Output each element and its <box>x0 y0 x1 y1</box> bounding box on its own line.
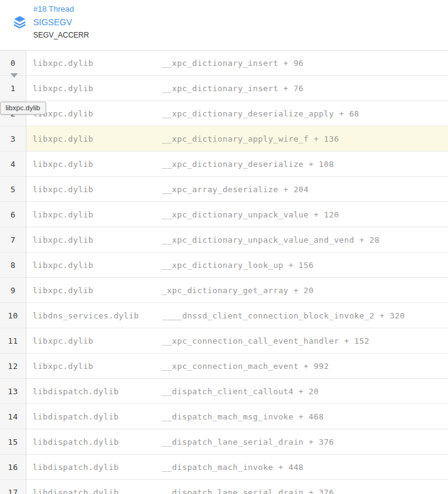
frame-library: libxpc.dylib <box>26 76 162 100</box>
frame-function: __xpc_dictionary_insert + 76 <box>162 76 448 100</box>
frame-library: libdispatch.dylib <box>26 404 162 429</box>
stack-frame-row[interactable]: 16 libdispatch.dylib __dispatch_mach_inv… <box>0 455 448 480</box>
stack-frame-row[interactable]: 15 libdispatch.dylib __dispatch_lane_ser… <box>0 429 448 455</box>
frame-library: libdispatch.dylib <box>26 379 162 403</box>
frame-library: libxpc.dylib <box>26 177 162 201</box>
frame-function: __xpc_connection_call_event_handler + 15… <box>162 328 448 353</box>
stack-frame-row[interactable]: 6 libxpc.dylib __xpc_dictionary_unpack_v… <box>0 202 448 227</box>
frame-number: 1 <box>0 76 26 100</box>
frame-number: 10 <box>0 303 26 328</box>
frame-function: __dispatch_lane_serial_drain + 376 <box>162 480 448 494</box>
frame-number: 17 <box>0 480 26 494</box>
stack-frame-row[interactable]: 1 libxpc.dylib __xpc_dictionary_insert +… <box>0 76 448 101</box>
frame-function: __xpc_array_deserialize + 204 <box>162 177 448 201</box>
frame-library: libxpc.dylib <box>26 51 162 75</box>
stack-frame-row[interactable]: 9 libxpc.dylib _xpc_dictionary_get_array… <box>0 278 448 303</box>
frame-library: libdispatch.dylib <box>26 455 162 479</box>
frame-number: 13 <box>0 379 26 403</box>
frame-number: 6 <box>0 202 26 227</box>
stack-frame-row[interactable]: 3 libxpc.dylib __xpc_dictionary_apply_wi… <box>0 126 448 152</box>
thread-title[interactable]: #18 Thread <box>33 4 74 14</box>
frame-library: libxpc.dylib <box>26 227 162 252</box>
stack-frame-row[interactable]: 8 libxpc.dylib __xpc_dictionary_look_up … <box>0 253 448 278</box>
crash-thread-view: #18 Thread SIGSEGV SEGV_ACCERR 0 libxpc.… <box>0 0 448 494</box>
frame-function: __xpc_connection_mach_event + 992 <box>162 354 448 378</box>
stack-frame-row[interactable]: 11 libxpc.dylib __xpc_connection_call_ev… <box>0 328 448 354</box>
collapse-triangle-icon[interactable] <box>10 73 18 78</box>
frame-function: __xpc_dictionary_insert + 96 <box>162 51 448 75</box>
frame-function: ____dnssd_client_connection_block_invoke… <box>162 303 448 328</box>
stack-frame-row[interactable]: 12 libxpc.dylib __xpc_connection_mach_ev… <box>0 354 448 379</box>
stack-frame-row[interactable]: 5 libxpc.dylib __xpc_array_deserialize +… <box>0 177 448 202</box>
stack-frame-table: 0 libxpc.dylib __xpc_dictionary_insert +… <box>0 51 448 494</box>
frame-library: libdispatch.dylib <box>26 480 162 494</box>
frame-number: 9 <box>0 278 26 302</box>
frame-library: libxpc.dylib <box>26 253 162 277</box>
frame-function: __dispatch_client_callout4 + 20 <box>162 379 448 403</box>
frame-number: 15 <box>0 429 26 454</box>
frame-library: libxpc.dylib <box>26 278 162 302</box>
frame-function: __xpc_dictionary_deserialize + 108 <box>162 152 448 176</box>
frame-function: __dispatch_mach_msg_invoke + 468 <box>162 404 448 429</box>
frame-number: 7 <box>0 227 26 252</box>
stack-frame-row[interactable]: 13 libdispatch.dylib __dispatch_client_c… <box>0 379 448 404</box>
stack-frame-row[interactable]: 10 libdns_services.dylib ____dnssd_clien… <box>0 303 448 328</box>
frame-number: 12 <box>0 354 26 378</box>
frame-library: libdispatch.dylib <box>26 429 162 454</box>
frame-library: libxpc.dylib <box>26 328 162 353</box>
frame-library: libxpc.dylib <box>26 101 162 126</box>
frame-library: libxpc.dylib <box>26 202 162 227</box>
frame-number: 11 <box>0 328 26 353</box>
stack-frame-row[interactable]: 4 libxpc.dylib __xpc_dictionary_deserial… <box>0 152 448 177</box>
frame-library: libxpc.dylib <box>26 126 162 151</box>
signal-name[interactable]: SIGSEGV <box>33 17 72 27</box>
stack-frame-row[interactable]: 2 libxpc.dylib __xpc_dictionary_deserial… <box>0 101 448 126</box>
stack-frame-row[interactable]: 0 libxpc.dylib __xpc_dictionary_insert +… <box>0 51 448 76</box>
frame-number: 4 <box>0 152 26 176</box>
frame-function: __dispatch_lane_serial_drain + 376 <box>162 429 448 454</box>
frame-number: 3 <box>0 126 26 151</box>
frame-number: 5 <box>0 177 26 201</box>
frame-number: 14 <box>0 404 26 429</box>
thread-header: #18 Thread SIGSEGV SEGV_ACCERR <box>0 0 448 51</box>
frame-number: 8 <box>0 253 26 277</box>
frame-function: __xpc_dictionary_apply_wire_f + 136 <box>162 126 448 151</box>
frame-library: libdns_services.dylib <box>26 303 162 328</box>
frame-function: __xpc_dictionary_unpack_value_and_vend +… <box>162 227 448 252</box>
stack-frame-row[interactable]: 7 libxpc.dylib __xpc_dictionary_unpack_v… <box>0 227 448 253</box>
stack-frame-row[interactable]: 14 libdispatch.dylib __dispatch_mach_msg… <box>0 404 448 429</box>
frame-number: 0 <box>0 51 26 75</box>
frame-library: libxpc.dylib <box>26 152 162 176</box>
layers-icon <box>13 15 26 29</box>
frame-function: __xpc_dictionary_unpack_value + 120 <box>162 202 448 227</box>
frame-number: 16 <box>0 455 26 479</box>
frame-function: __xpc_dictionary_deserialize_apply + 68 <box>162 101 448 126</box>
frame-function: __xpc_dictionary_look_up + 156 <box>162 253 448 277</box>
signal-code: SEGV_ACCERR <box>33 31 89 39</box>
frame-function: _xpc_dictionary_get_array + 20 <box>162 278 448 302</box>
frame-library: libxpc.dylib <box>26 354 162 378</box>
library-tooltip: libxpc.dylib <box>0 102 46 115</box>
frame-function: __dispatch_mach_invoke + 448 <box>162 455 448 479</box>
stack-frame-row[interactable]: 17 libdispatch.dylib __dispatch_lane_ser… <box>0 480 448 494</box>
